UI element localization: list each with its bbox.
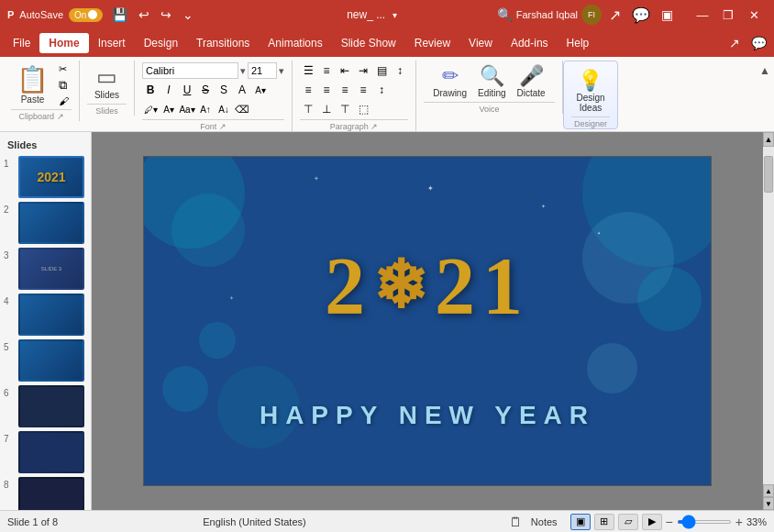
- editing-button[interactable]: 🔍 Editing: [474, 62, 510, 100]
- slide-thumb-7[interactable]: 7: [4, 431, 87, 473]
- shadow-button[interactable]: S: [216, 82, 232, 98]
- dictate-button[interactable]: 🎤 Dictate: [514, 62, 549, 100]
- slide-thumb-3[interactable]: 3 SLIDE 3: [4, 248, 87, 290]
- slides-scroll[interactable]: 1 2021 2 3 SLIDE 3: [4, 156, 87, 510]
- menu-help[interactable]: Help: [558, 33, 599, 53]
- align-center-button[interactable]: ≡: [318, 82, 335, 98]
- underline-button[interactable]: U: [179, 82, 195, 98]
- bold-button[interactable]: B: [142, 82, 159, 98]
- font-color-btn2[interactable]: A▾: [160, 101, 177, 117]
- columns-button[interactable]: ▤: [373, 62, 390, 79]
- menu-review[interactable]: Review: [405, 33, 459, 53]
- font-expand-icon[interactable]: ↗: [219, 122, 227, 131]
- font-name-dropdown-icon[interactable]: ▾: [240, 65, 246, 77]
- ribbon-collapse-icon[interactable]: ▲: [759, 64, 770, 77]
- slide-thumb-2[interactable]: 2: [4, 202, 87, 244]
- italic-button[interactable]: I: [160, 82, 177, 98]
- menu-design[interactable]: Design: [135, 33, 187, 53]
- align-left-button[interactable]: ≡: [300, 82, 316, 98]
- zoom-slider-input[interactable]: [677, 520, 732, 524]
- scroll-down-button[interactable]: ▼: [763, 497, 774, 510]
- save-icon[interactable]: 💾: [108, 6, 131, 24]
- decrease-indent-button[interactable]: ⇤: [337, 62, 353, 79]
- slide-canvas[interactable]: ✦ ✦ ✦ ✦ ✦ 2 ❄ 21 HAPPY NEW YEAR: [143, 156, 712, 486]
- restore-button[interactable]: ❐: [715, 4, 741, 26]
- slide-img-5[interactable]: [18, 339, 84, 382]
- slideshow-view-button[interactable]: ▶: [642, 514, 662, 530]
- clear-format-button[interactable]: ⌫: [234, 101, 250, 117]
- menu-animations[interactable]: Animations: [259, 33, 331, 53]
- normal-view-button[interactable]: ▣: [570, 514, 591, 530]
- char-spacing-button[interactable]: A: [234, 82, 250, 98]
- slide-img-7[interactable]: [18, 431, 84, 473]
- scroll-thumb[interactable]: [764, 156, 773, 193]
- drawing-button[interactable]: ✏ Drawing: [429, 62, 470, 100]
- new-slide-button[interactable]: ▭ Slides: [91, 62, 124, 102]
- menu-slideshow[interactable]: Slide Show: [332, 33, 405, 53]
- menu-transitions[interactable]: Transitions: [187, 33, 259, 53]
- para-expand-icon[interactable]: ↗: [370, 122, 378, 131]
- increase-indent-button[interactable]: ⇥: [355, 62, 371, 79]
- numbered-list-button[interactable]: ≡: [318, 62, 335, 79]
- align-right-button[interactable]: ≡: [337, 82, 353, 98]
- scroll-up-button[interactable]: ▲: [763, 132, 774, 147]
- slide-img-2[interactable]: [18, 202, 84, 244]
- slide-sorter-button[interactable]: ⊞: [594, 514, 614, 530]
- align-middle-button[interactable]: ⊥: [318, 101, 335, 117]
- slide-img-1[interactable]: 2021: [18, 156, 84, 198]
- zoom-percent[interactable]: 33%: [746, 516, 767, 527]
- slide-thumb-8[interactable]: 8: [4, 477, 87, 510]
- slide-img-6[interactable]: [18, 385, 84, 427]
- highlight-color-button[interactable]: 🖊▾: [142, 101, 159, 117]
- paste-button[interactable]: 📋 Paste: [11, 62, 54, 106]
- share-icon[interactable]: ↗: [605, 5, 625, 26]
- slide-img-4[interactable]: [18, 294, 84, 336]
- menu-home[interactable]: Home: [39, 33, 88, 53]
- slide-thumb-4[interactable]: 4: [4, 294, 87, 336]
- comment-icon[interactable]: 💬: [628, 5, 654, 26]
- text-direction-button[interactable]: ↕: [392, 62, 408, 79]
- copy-button[interactable]: ⧉: [56, 77, 72, 94]
- align-bottom-button[interactable]: ⊤: [337, 101, 353, 117]
- font-name-input[interactable]: [142, 62, 238, 79]
- customize-icon[interactable]: ⌄: [179, 6, 197, 24]
- line-spacing-button[interactable]: ↕: [373, 82, 390, 98]
- char-case-button[interactable]: Aa▾: [179, 101, 195, 117]
- slide-thumb-1[interactable]: 1 2021: [4, 156, 87, 198]
- notes-button[interactable]: Notes: [525, 515, 563, 529]
- notes-icon[interactable]: 🗒: [509, 515, 522, 529]
- decrease-font-button[interactable]: A↓: [216, 101, 232, 117]
- smartart-button[interactable]: ⬚: [355, 101, 371, 117]
- minimize-button[interactable]: —: [690, 4, 715, 26]
- ribbon-comment-icon[interactable]: 💬: [747, 34, 770, 52]
- format-painter-button[interactable]: 🖌: [56, 94, 72, 107]
- reading-view-button[interactable]: ▱: [618, 514, 638, 530]
- justify-button[interactable]: ≡: [355, 82, 371, 98]
- autosave-toggle[interactable]: On: [69, 8, 103, 22]
- ribbon-share-icon[interactable]: ↗: [725, 34, 744, 52]
- design-ideas-button[interactable]: 💡 DesignIdeas: [572, 67, 608, 115]
- scroll-fit-button[interactable]: ▲: [763, 484, 774, 497]
- close-button[interactable]: ✕: [741, 4, 767, 26]
- title-dropdown-icon[interactable]: ▾: [393, 10, 397, 20]
- increase-font-button[interactable]: A↑: [197, 101, 214, 117]
- menu-addins[interactable]: Add-ins: [502, 33, 558, 53]
- menu-view[interactable]: View: [459, 33, 502, 53]
- font-color-button[interactable]: A▾: [252, 82, 269, 98]
- bullets-button[interactable]: ☰: [300, 62, 316, 79]
- slide-thumb-5[interactable]: 5: [4, 339, 87, 382]
- strikethrough-button[interactable]: S: [197, 82, 214, 98]
- zoom-in-button[interactable]: +: [735, 515, 743, 529]
- font-size-input[interactable]: [248, 62, 277, 79]
- undo-icon[interactable]: ↩: [135, 6, 153, 24]
- search-icon[interactable]: 🔍: [497, 7, 513, 22]
- font-size-dropdown-icon[interactable]: ▾: [279, 65, 284, 77]
- redo-icon[interactable]: ↪: [157, 6, 175, 24]
- cut-button[interactable]: ✂: [56, 62, 72, 76]
- menu-file[interactable]: File: [4, 33, 39, 53]
- menu-insert[interactable]: Insert: [89, 33, 135, 53]
- slide-img-3[interactable]: SLIDE 3: [18, 248, 84, 290]
- align-top-button[interactable]: ⊤: [300, 101, 316, 117]
- scroll-track[interactable]: [763, 147, 774, 484]
- slide-thumb-6[interactable]: 6: [4, 385, 87, 427]
